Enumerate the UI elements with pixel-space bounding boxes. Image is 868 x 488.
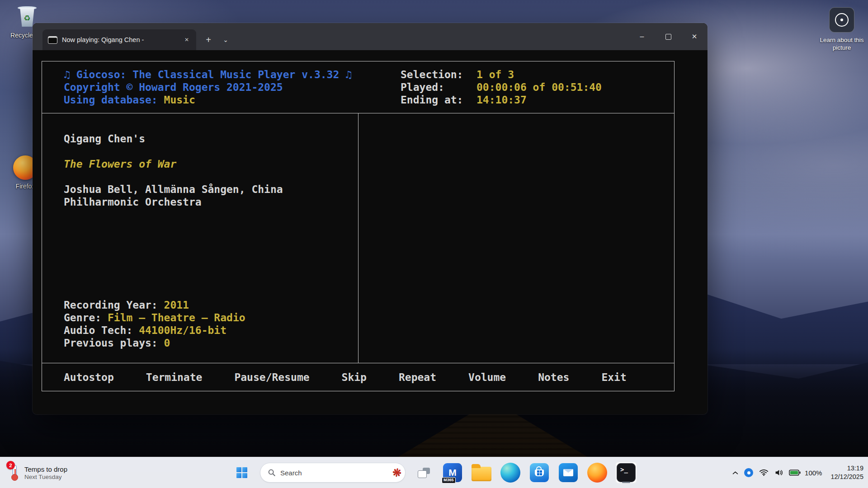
status-row-played: Played:00:00:06 of 00:51:40 xyxy=(401,81,602,94)
maximize-icon xyxy=(665,34,671,40)
terminal-button[interactable]: >_ xyxy=(615,462,637,483)
maximize-button[interactable] xyxy=(655,23,681,50)
audio-tech-value: 44100Hz/16-bit xyxy=(139,324,226,336)
taskbar: 2 Temps to drop Next Tuesday Search ❋ M … xyxy=(0,457,868,488)
search-icon xyxy=(268,469,276,477)
weather-text: Temps to drop Next Tuesday xyxy=(24,465,67,480)
giocoso-tui: ♫ Giocoso: The Classical Music Player v.… xyxy=(42,61,675,391)
menu-item-terminate[interactable]: Terminate xyxy=(146,371,203,384)
file-explorer-icon xyxy=(472,467,491,481)
audio-tech-label: Audio Tech: xyxy=(64,324,139,336)
m365-badge: M365 xyxy=(442,477,456,483)
window-titlebar[interactable]: Now playing: Qigang Chen - ✕ + ⌄ – ✕ xyxy=(33,23,708,50)
selection-value: 1 of 3 xyxy=(476,69,514,80)
tray-date: 12/12/2025 xyxy=(830,473,863,481)
battery-percent: 100% xyxy=(805,469,822,477)
composer: Qigang Chen's xyxy=(64,132,358,145)
microsoft-store-button[interactable] xyxy=(528,462,550,483)
plays-value: 0 xyxy=(164,337,170,349)
tab-dropdown-icon[interactable]: ⌄ xyxy=(218,29,233,50)
outlook-button[interactable] xyxy=(557,462,579,483)
tab-title: Now playing: Qigang Chen - xyxy=(62,36,176,43)
learn-about-picture-label: Learn about this picture xyxy=(818,36,865,52)
now-playing-panel: Qigang Chen's The Flowers of War Joshua … xyxy=(42,113,359,363)
edge-button[interactable] xyxy=(500,462,521,483)
search-box[interactable]: Search ❋ xyxy=(260,463,406,483)
meta-row-plays: Previous plays: 0 xyxy=(64,337,358,349)
minimize-button[interactable]: – xyxy=(629,23,655,50)
menu-item-pause-resume[interactable]: Pause/Resume xyxy=(234,371,309,384)
tui-body: Qigang Chen's The Flowers of War Joshua … xyxy=(42,113,674,363)
performers: Joshua Bell, Allmänna Sången, China Phil… xyxy=(64,183,358,208)
played-value: 00:00:06 of 00:51:40 xyxy=(476,81,602,93)
tab-close-icon[interactable]: ✕ xyxy=(181,34,193,46)
weather-widget[interactable]: 2 Temps to drop Next Tuesday xyxy=(5,460,73,485)
microsoft-store-icon xyxy=(530,463,549,482)
poinsettia-icon: ❋ xyxy=(392,467,402,479)
menu-item-exit[interactable]: Exit xyxy=(601,371,626,384)
battery-icon[interactable] xyxy=(789,469,801,476)
status-row-ending: Ending at:14:10:37 xyxy=(401,94,602,106)
close-button[interactable]: ✕ xyxy=(681,23,708,50)
menu-item-skip[interactable]: Skip xyxy=(342,371,367,384)
tui-menu-bar: Autostop Terminate Pause/Resume Skip Rep… xyxy=(42,363,674,391)
task-view-icon xyxy=(418,468,430,478)
visualizer-panel xyxy=(359,113,674,363)
weather-subline: Next Tuesday xyxy=(24,474,67,480)
file-explorer-button[interactable] xyxy=(471,462,492,483)
notification-badge: 2 xyxy=(6,461,15,469)
database-label: Using database: xyxy=(64,94,164,106)
status-row-selection: Selection:1 of 3 xyxy=(401,68,602,81)
recording-meta: Recording Year: 2011 Genre: Film – Theat… xyxy=(64,299,358,349)
microsoft-365-button[interactable]: M M365 xyxy=(442,462,463,483)
terminal-window: Now playing: Qigang Chen - ✕ + ⌄ – ✕ ♫ G… xyxy=(33,23,708,414)
firefox-taskbar-icon xyxy=(587,463,607,483)
volume-icon[interactable] xyxy=(774,469,783,476)
wifi-icon[interactable] xyxy=(759,469,769,476)
system-tray: 100% 13:19 12/12/2025 xyxy=(732,457,863,488)
ending-label: Ending at: xyxy=(401,94,476,106)
spotlight-icon[interactable] xyxy=(829,7,854,33)
window-controls: – ✕ xyxy=(629,23,708,50)
clock[interactable]: 13:19 12/12/2025 xyxy=(830,464,863,481)
genre-label: Genre: xyxy=(64,312,108,324)
firefox-button[interactable] xyxy=(586,462,608,483)
meta-row-audio: Audio Tech: 44100Hz/16-bit xyxy=(64,324,358,337)
menu-item-autostop[interactable]: Autostop xyxy=(64,371,114,384)
database-value: Music xyxy=(164,94,195,106)
terminal-icon: >_ xyxy=(617,463,636,482)
work-title: The Flowers of War xyxy=(64,158,358,170)
meta-row-genre: Genre: Film – Theatre – Radio xyxy=(64,311,358,324)
plays-label: Previous plays: xyxy=(64,337,164,349)
terminal-content: ♫ Giocoso: The Classical Music Player v.… xyxy=(33,50,708,414)
menu-item-volume[interactable]: Volume xyxy=(468,371,506,384)
taskbar-center: Search ❋ M M365 >_ xyxy=(231,457,637,488)
terminal-tab[interactable]: Now playing: Qigang Chen - ✕ xyxy=(42,29,196,50)
performers-line-1: Joshua Bell, Allmänna Sången, China xyxy=(64,183,358,196)
genre-value: Film – Theatre – Radio xyxy=(108,312,245,324)
menu-item-repeat[interactable]: Repeat xyxy=(399,371,436,384)
cmd-icon xyxy=(48,36,57,44)
played-label: Played: xyxy=(401,81,476,94)
firefox-label: Firefox xyxy=(16,183,35,190)
menu-item-notes[interactable]: Notes xyxy=(538,371,569,384)
meta-row-year: Recording Year: 2011 xyxy=(64,299,358,311)
task-view-button[interactable] xyxy=(413,462,434,483)
weather-headline: Temps to drop xyxy=(24,465,67,473)
playback-status: Selection:1 of 3 Played:00:00:06 of 00:5… xyxy=(401,68,602,106)
new-tab-button[interactable]: + xyxy=(199,29,218,50)
tray-chevron-up-icon[interactable] xyxy=(732,471,738,475)
tray-time: 13:19 xyxy=(830,464,863,473)
windows-logo-icon xyxy=(236,467,247,478)
ending-value: 14:10:37 xyxy=(476,94,527,106)
start-button[interactable] xyxy=(231,462,253,483)
year-value: 2011 xyxy=(164,299,189,311)
search-placeholder: Search xyxy=(280,469,388,477)
performers-line-2: Philharmonic Orchestra xyxy=(64,196,358,208)
selection-label: Selection: xyxy=(401,68,476,81)
edge-icon xyxy=(500,463,520,483)
year-label: Recording Year: xyxy=(64,299,164,311)
tray-status-icon[interactable] xyxy=(744,468,753,477)
learn-about-picture-widget[interactable]: Learn about this picture xyxy=(815,7,868,52)
outlook-icon xyxy=(559,463,578,482)
